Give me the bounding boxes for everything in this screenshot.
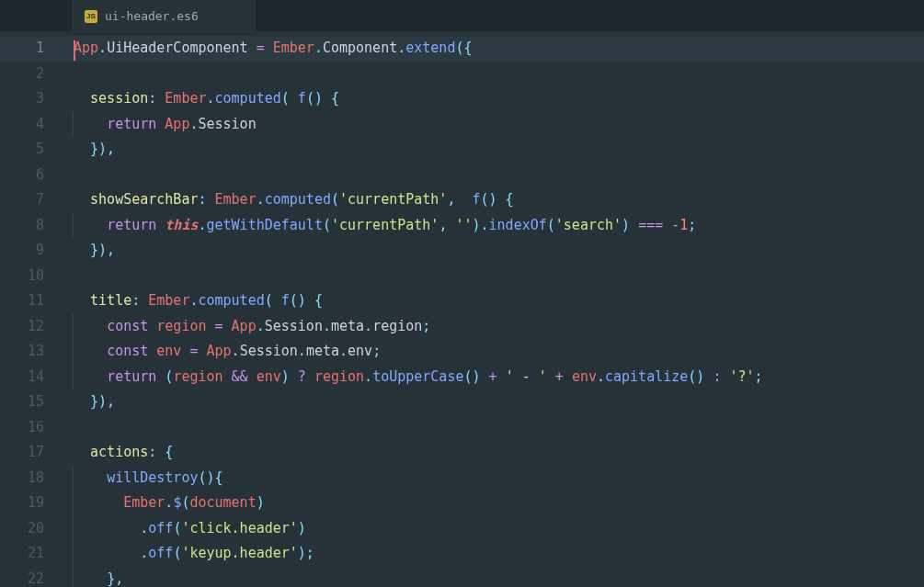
code-line: [61, 62, 924, 87]
code-line: }),: [61, 389, 924, 415]
code-line: const region = App.Session.meta.region;: [61, 314, 924, 340]
line-number: 22: [0, 567, 61, 588]
code-line: }),: [61, 137, 924, 163]
line-number: 8: [0, 213, 61, 239]
line-number: 13: [0, 339, 61, 365]
line-number-gutter: 1 2 3 4 5 6 7 8 9 10 11 12 13 14 15 16 1…: [0, 31, 61, 587]
line-number: 7: [0, 187, 61, 213]
code-line: [61, 163, 924, 188]
line-number: 6: [0, 163, 61, 188]
code-area[interactable]: App.UiHeaderComponent = Ember.Component.…: [61, 31, 924, 587]
code-line: .off('keyup.header');: [61, 541, 924, 567]
line-number: 5: [0, 137, 61, 163]
line-number: 17: [0, 440, 61, 466]
line-number: 3: [0, 86, 61, 112]
code-line: return (region && env) ? region.toUpperC…: [61, 365, 924, 390]
code-line: [61, 415, 924, 441]
line-number: 1: [0, 36, 61, 62]
line-number: 4: [0, 112, 61, 138]
code-line: },: [61, 567, 924, 588]
line-number: 12: [0, 314, 61, 340]
line-number: 18: [0, 466, 61, 491]
code-line: App.UiHeaderComponent = Ember.Component.…: [61, 36, 924, 62]
line-number: 19: [0, 491, 61, 516]
tab-active[interactable]: JS ui-header.es6: [72, 0, 256, 31]
code-line: [61, 264, 924, 289]
code-lines: App.UiHeaderComponent = Ember.Component.…: [61, 36, 924, 587]
line-number: 10: [0, 264, 61, 289]
line-number: 9: [0, 238, 61, 264]
code-line: return this.getWithDefault('currentPath'…: [61, 213, 924, 239]
tab-spacer: [0, 0, 72, 31]
line-number: 15: [0, 389, 61, 415]
code-line: Ember.$(document): [61, 491, 924, 516]
line-number: 20: [0, 516, 61, 542]
code-line: }),: [61, 238, 924, 264]
line-number: 11: [0, 288, 61, 314]
code-line: willDestroy(){: [61, 466, 924, 491]
code-line: actions: {: [61, 440, 924, 466]
code-line: return App.Session: [61, 112, 924, 138]
code-line: .off('click.header'): [61, 516, 924, 542]
code-line: title: Ember.computed( f() {: [61, 288, 924, 314]
code-line: session: Ember.computed( f() {: [61, 86, 924, 112]
code-line: showSearchBar: Ember.computed('currentPa…: [61, 187, 924, 213]
cursor: [74, 40, 75, 61]
tab-bar: JS ui-header.es6: [0, 0, 924, 31]
line-number: 2: [0, 62, 61, 87]
code-line: const env = App.Session.meta.env;: [61, 339, 924, 365]
javascript-icon: JS: [85, 10, 97, 23]
line-number: 14: [0, 365, 61, 390]
tab-filename: ui-header.es6: [105, 9, 199, 23]
line-number: 16: [0, 415, 61, 441]
editor[interactable]: 1 2 3 4 5 6 7 8 9 10 11 12 13 14 15 16 1…: [0, 31, 924, 587]
line-number: 21: [0, 541, 61, 567]
